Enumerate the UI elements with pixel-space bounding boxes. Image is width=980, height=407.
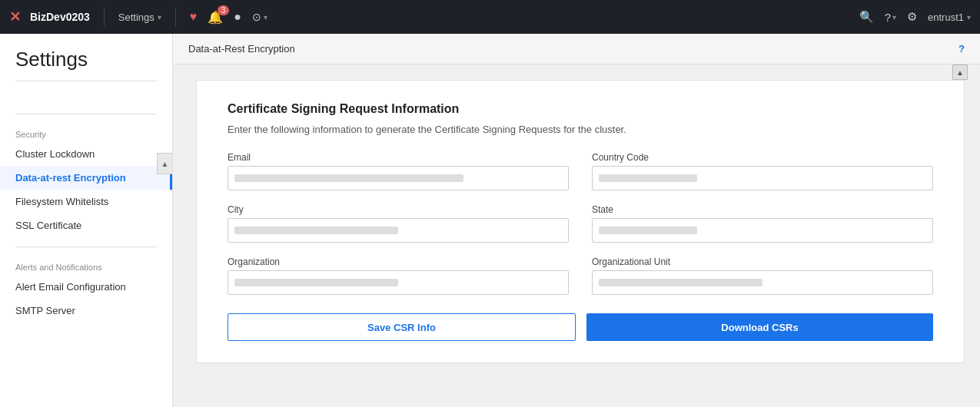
form-title: Certificate Signing Request Information (228, 102, 933, 116)
dot-icon: ● (234, 10, 241, 24)
user-menu[interactable]: entrust1 ▾ (928, 12, 971, 23)
circle-caret: ▾ (264, 13, 267, 22)
save-csr-button[interactable]: Save CSR Info (228, 313, 576, 341)
organizational-unit-input[interactable] (592, 270, 933, 295)
help-label: ? (885, 11, 891, 24)
scroll-up-button[interactable]: ▲ (952, 65, 968, 80)
organizational-unit-label: Organizational Unit (592, 256, 933, 267)
circle-menu-icon[interactable]: ⊙ ▾ (252, 11, 267, 23)
form-description: Enter the following information to gener… (228, 124, 933, 135)
sidebar-top-divider (15, 81, 157, 81)
form-row-2: City State (228, 204, 933, 243)
notification-badge: 3 (218, 5, 230, 15)
filesystem-whitelists-label: Filesystem Whitelists (15, 196, 108, 207)
country-code-field-group: Country Code (592, 152, 933, 190)
email-input[interactable] (228, 166, 569, 190)
top-navigation: ✕ BizDev0203 Settings ▾ ♥ 🔔 3 ● ⊙ ▾ 🔍 ? … (0, 0, 980, 34)
health-icon[interactable]: ♥ (190, 10, 198, 24)
sidebar: Settings ▲ Security Cluster Lockdown Dat… (0, 34, 173, 407)
content-area: Data-at-Rest Encryption ? ▲ Certificate … (173, 34, 980, 407)
sidebar-item-ssl-certificate[interactable]: SSL Certificate (0, 213, 172, 237)
form-row-3: Organization Organizational Unit (228, 256, 933, 295)
state-input[interactable] (592, 218, 933, 243)
state-field-group: State (592, 204, 933, 243)
organization-input[interactable] (228, 270, 569, 295)
alert-email-label: Alert Email Configuration (15, 281, 126, 293)
country-code-label: Country Code (592, 152, 933, 163)
city-label: City (228, 204, 569, 215)
settings-section-nav[interactable]: Settings ▾ (118, 12, 161, 23)
nav-divider-2 (175, 8, 176, 26)
state-label: State (592, 204, 933, 215)
sidebar-item-data-at-rest-encryption[interactable]: Data-at-rest Encryption (0, 166, 172, 190)
settings-nav-label: Settings (118, 12, 154, 23)
cluster-lockdown-label: Cluster Lockdown (15, 148, 95, 160)
country-code-input[interactable] (592, 166, 933, 190)
organizational-unit-field-group: Organizational Unit (592, 256, 933, 295)
ssl-certificate-label: SSL Certificate (15, 220, 81, 231)
breadcrumb-bar: Data-at-Rest Encryption ? (173, 34, 980, 65)
sidebar-title: Settings (0, 34, 172, 78)
help-question-icon[interactable]: ? (958, 43, 965, 55)
security-section-label: Security (0, 124, 172, 142)
sidebar-bottom-divider (15, 247, 157, 247)
bell-icon[interactable]: 🔔 3 (208, 10, 223, 25)
settings-nav-caret: ▾ (158, 13, 161, 22)
help-icon[interactable]: ? ▾ (885, 11, 896, 24)
smtp-server-label: SMTP Server (15, 305, 75, 316)
organization-label: Organization (228, 256, 569, 267)
form-row-1: Email Country Code (228, 152, 933, 190)
data-at-rest-label: Data-at-rest Encryption (15, 172, 126, 184)
email-label: Email (228, 152, 569, 163)
sidebar-mid-divider (15, 114, 157, 114)
username-label: entrust1 (928, 12, 964, 23)
form-card: Certificate Signing Request Information … (196, 80, 965, 363)
organization-field-group: Organization (228, 256, 569, 295)
breadcrumb: Data-at-Rest Encryption (188, 43, 295, 55)
help-caret: ▾ (892, 13, 896, 22)
user-caret: ▾ (967, 13, 971, 22)
form-actions: Save CSR Info Download CSRs (228, 313, 933, 341)
download-csrs-button[interactable]: Download CSRs (586, 313, 933, 341)
sidebar-item-filesystem-whitelists[interactable]: Filesystem Whitelists (0, 190, 172, 213)
city-field-group: City (228, 204, 569, 243)
sidebar-item-cluster-lockdown[interactable]: Cluster Lockdown (0, 142, 172, 166)
circle-icon: ⊙ (252, 11, 261, 23)
scroll-panel[interactable]: ▲ Certificate Signing Request Informatio… (173, 65, 980, 407)
nav-divider-1 (104, 8, 105, 26)
search-icon[interactable]: 🔍 (859, 10, 874, 24)
sidebar-item-alert-email[interactable]: Alert Email Configuration (0, 275, 172, 299)
sidebar-item-smtp-server[interactable]: SMTP Server (0, 299, 172, 323)
alerts-section-label: Alerts and Notifications (0, 256, 172, 275)
city-input[interactable] (228, 218, 569, 243)
close-icon[interactable]: ✕ (9, 8, 21, 25)
app-name: BizDev0203 (30, 11, 90, 23)
email-field-group: Email (228, 152, 569, 190)
sidebar-collapse-button[interactable]: ▲ (157, 153, 172, 174)
gear-icon[interactable]: ⚙ (907, 10, 917, 24)
